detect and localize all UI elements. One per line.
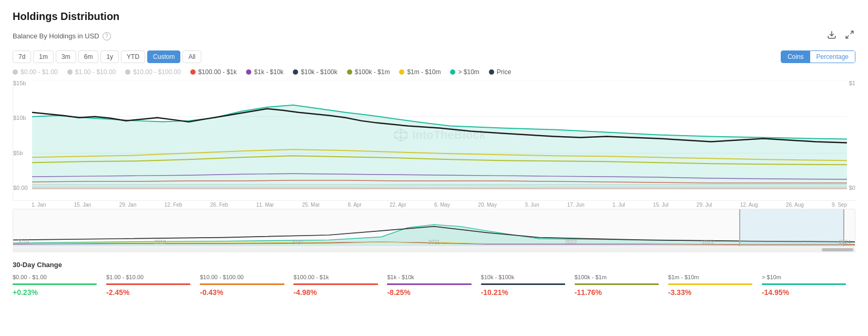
time-filter-3m[interactable]: 3m [56, 50, 76, 63]
time-filter-ytd[interactable]: YTD [121, 50, 145, 63]
change-col-label: $1.00 - $10.00 [106, 274, 200, 280]
legend-item[interactable]: $100k - $1m [347, 68, 390, 76]
change-bar [575, 283, 659, 285]
x-label: 11. Mar [256, 202, 274, 208]
legend-label: Price [497, 68, 511, 76]
time-filter-custom[interactable]: Custom [147, 50, 180, 63]
change-bar [293, 283, 377, 285]
time-filter-7d[interactable]: 7d [13, 50, 31, 63]
bottom-section: 30-Day Change $0.00 - $1.00+0.23%$1.00 -… [13, 261, 855, 297]
x-label: 1. Jan [32, 202, 46, 208]
chart-svg-container: IntoTheBlock [32, 80, 847, 190]
change-bar [668, 283, 752, 285]
change-column: $1k - $10k-8.25% [387, 274, 481, 297]
y-label-right: $1 [849, 80, 855, 86]
x-label: 12. Aug [740, 202, 758, 208]
minimap-year-label: 2023 [702, 239, 713, 245]
x-label: 22. Apr [390, 202, 406, 208]
x-label: 17. Jun [567, 202, 585, 208]
time-filters: 7d1m3m6m1yYTDCustomAll [13, 50, 201, 63]
change-bar [200, 283, 284, 285]
change-col-label: $10.00 - $100.00 [200, 274, 293, 280]
legend-item[interactable]: $1k - $10k [246, 68, 283, 76]
time-filter-all[interactable]: All [182, 50, 201, 63]
legend-label: $10k - $100k [301, 68, 337, 76]
change-column: $10k - $100k-10.21% [481, 274, 575, 297]
svg-line-2 [846, 36, 849, 38]
page-title: Holdings Distribution [13, 11, 855, 23]
minimap-year-label: 2021 [428, 239, 440, 245]
change-column: > $10m-14.95% [762, 274, 855, 297]
change-bar [106, 283, 190, 285]
change-value: +0.23% [13, 288, 106, 297]
x-label: 15. Jan [74, 202, 91, 208]
legend-dot [347, 69, 352, 75]
x-label: 25. Mar [302, 202, 320, 208]
legend-item[interactable]: $1m - $10m [399, 68, 441, 76]
minimap-year-label: 2024 [839, 239, 851, 245]
minimap-year-label: 2020 [291, 239, 303, 245]
legend-label: > $10m [458, 68, 479, 76]
legend-row: $0.00 - $1.00$1.00 - $10.00$10.00 - $100… [13, 68, 855, 76]
legend-dot [67, 69, 73, 75]
x-label: 15. Jul [653, 202, 668, 208]
legend-label: $10.00 - $100.00 [133, 68, 181, 76]
legend-label: $1.00 - $10.00 [75, 68, 116, 76]
legend-dot [13, 69, 18, 75]
y-label: $15b [13, 80, 28, 86]
legend-item[interactable]: Price [489, 68, 511, 76]
toggle-coins[interactable]: Coins [781, 51, 810, 63]
change-value: -2.45% [106, 288, 200, 297]
change-bar [13, 283, 97, 285]
legend-item[interactable]: $10.00 - $100.00 [125, 68, 181, 76]
x-label: 29. Jan [119, 202, 137, 208]
legend-label: $100k - $1m [355, 68, 390, 76]
legend-item[interactable]: $0.00 - $1.00 [13, 68, 58, 76]
change-col-label: $1m - $10m [668, 274, 762, 280]
change-col-label: > $10m [762, 274, 855, 280]
x-label: 3. Jun [525, 202, 539, 208]
legend-label: $1m - $10m [407, 68, 441, 76]
x-label: 29. Jul [697, 202, 712, 208]
x-label: 9. Sep [832, 202, 847, 208]
legend-item[interactable]: $1.00 - $10.00 [67, 68, 116, 76]
expand-button[interactable] [844, 29, 855, 43]
change-col-label: $0.00 - $1.00 [13, 274, 106, 280]
y-labels-left: $15b$10b$5b$0.00 [13, 80, 28, 200]
change-col-label: $10k - $100k [481, 274, 575, 280]
legend-dot [450, 69, 455, 75]
legend-item[interactable]: > $10m [450, 68, 479, 76]
minimap-year-label: 2022 [565, 239, 577, 245]
time-filter-1m[interactable]: 1m [33, 50, 54, 63]
minimap-year-label: 2019 [154, 239, 166, 245]
x-label: 8. Apr [348, 202, 362, 208]
toggle-percentage[interactable]: Percentage [810, 51, 855, 63]
time-filter-6m[interactable]: 6m [78, 50, 99, 63]
time-filter-1y[interactable]: 1y [100, 50, 119, 63]
subtitle-area: Balance By Holdings in USD ? [13, 32, 111, 40]
x-label: 6. May [434, 202, 450, 208]
thirty-day-title: 30-Day Change [13, 261, 855, 269]
x-label: 20. May [478, 202, 497, 208]
legend-item[interactable]: $10k - $100k [293, 68, 337, 76]
y-labels-right: $1$0 [849, 80, 855, 200]
legend-dot [125, 69, 130, 75]
y-label: $10b [13, 115, 28, 121]
subtitle-row: Balance By Holdings in USD ? [13, 29, 855, 43]
help-icon[interactable]: ? [103, 32, 111, 40]
legend-label: $0.00 - $1.00 [21, 68, 58, 76]
change-column: $100.00 - $1k-4.98% [293, 274, 387, 297]
download-button[interactable] [826, 29, 838, 43]
minimap-container[interactable]: 2018201920202021202220232024 [13, 209, 855, 247]
legend-item[interactable]: $100.00 - $1k [190, 68, 237, 76]
change-col-label: $100.00 - $1k [293, 274, 387, 280]
y-label: $0.00 [13, 185, 28, 191]
change-col-label: $1k - $10k [387, 274, 481, 280]
legend-dot [293, 69, 298, 75]
change-bar [481, 283, 565, 285]
x-label: 26. Feb [210, 202, 228, 208]
chart-area: $15b$10b$5b$0.00 $1$0 IntoTheBlock [13, 80, 855, 201]
change-column: $10.00 - $100.00-0.43% [200, 274, 293, 297]
change-value: -11.76% [575, 288, 668, 297]
scroll-handle[interactable] [822, 248, 853, 251]
